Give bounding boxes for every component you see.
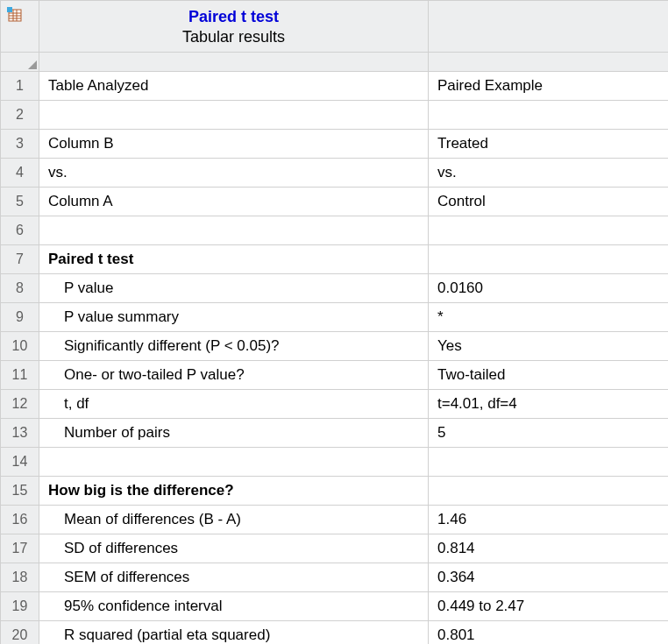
row-number[interactable]: 8	[1, 274, 39, 303]
col-a-selector[interactable]	[39, 53, 429, 72]
result-label-cell[interactable]: How big is the difference?	[39, 477, 429, 506]
result-value-cell[interactable]: Treated	[429, 130, 669, 159]
row-number[interactable]: 14	[1, 448, 39, 477]
table-row: 18SEM of differences0.364	[1, 563, 669, 592]
table-row: 4vs.vs.	[1, 159, 669, 188]
table-row: 7Paired t test	[1, 245, 669, 274]
table-row: 2	[1, 101, 669, 130]
result-value-cell[interactable]: 0.0160	[429, 274, 669, 303]
row-number[interactable]: 19	[1, 592, 39, 621]
result-label-cell[interactable]: P value summary	[39, 303, 429, 332]
table-row: 6	[1, 216, 669, 245]
row-number[interactable]: 18	[1, 563, 39, 592]
table-row: 1995% confidence interval0.449 to 2.47	[1, 592, 669, 621]
result-label-cell[interactable]: SEM of differences	[39, 563, 429, 592]
table-row: 10Significantly different (P < 0.05)?Yes	[1, 332, 669, 361]
result-value-cell[interactable]: t=4.01, df=4	[429, 390, 669, 419]
table-row: 14	[1, 448, 669, 477]
result-label-cell[interactable]: vs.	[39, 159, 429, 188]
column-a-header[interactable]: Paired t test Tabular results	[39, 1, 429, 53]
table-row: 12t, dft=4.01, df=4	[1, 390, 669, 419]
result-value-cell[interactable]: 0.364	[429, 563, 669, 592]
table-row: 11One- or two-tailed P value?Two-tailed	[1, 361, 669, 390]
result-value-cell[interactable]	[429, 448, 669, 477]
result-label-cell[interactable]: SD of differences	[39, 534, 429, 563]
select-all-corner[interactable]	[1, 53, 39, 72]
result-label-cell[interactable]	[39, 448, 429, 477]
result-value-cell[interactable]: 0.449 to 2.47	[429, 592, 669, 621]
results-sheet-icon	[6, 6, 24, 24]
result-label-cell[interactable]: Mean of differences (B - A)	[39, 506, 429, 534]
row-number[interactable]: 9	[1, 303, 39, 332]
row-number[interactable]: 3	[1, 130, 39, 159]
result-value-cell[interactable]: Paired Example	[429, 72, 669, 101]
svg-rect-6	[7, 7, 12, 12]
result-value-cell[interactable]: Control	[429, 188, 669, 216]
result-label-cell[interactable]: P value	[39, 274, 429, 303]
result-value-cell[interactable]: *	[429, 303, 669, 332]
table-row: 15How big is the difference?	[1, 477, 669, 506]
result-label-cell[interactable]: Column A	[39, 188, 429, 216]
row-number[interactable]: 11	[1, 361, 39, 390]
result-label-cell[interactable]: Number of pairs	[39, 419, 429, 448]
result-label-cell[interactable]: Column B	[39, 130, 429, 159]
table-row: 5Column AControl	[1, 188, 669, 216]
table-row: 16Mean of differences (B - A)1.46	[1, 506, 669, 534]
row-number[interactable]: 12	[1, 390, 39, 419]
result-value-cell[interactable]: Yes	[429, 332, 669, 361]
table-row: 9P value summary*	[1, 303, 669, 332]
row-number[interactable]: 15	[1, 477, 39, 506]
result-label-cell[interactable]	[39, 216, 429, 245]
row-number[interactable]: 17	[1, 534, 39, 563]
results-title: Paired t test	[39, 1, 428, 27]
table-row: 20R squared (partial eta squared)0.801	[1, 621, 669, 645]
result-label-cell[interactable]: Paired t test	[39, 245, 429, 274]
result-value-cell[interactable]	[429, 101, 669, 130]
row-number[interactable]: 6	[1, 216, 39, 245]
table-row: 8P value0.0160	[1, 274, 669, 303]
row-number[interactable]: 1	[1, 72, 39, 101]
table-corner[interactable]	[1, 1, 39, 53]
results-table[interactable]: Paired t test Tabular results 1Table Ana…	[0, 0, 668, 644]
result-label-cell[interactable]: Table Analyzed	[39, 72, 429, 101]
result-label-cell[interactable]: Significantly different (P < 0.05)?	[39, 332, 429, 361]
result-value-cell[interactable]: vs.	[429, 159, 669, 188]
result-value-cell[interactable]: 1.46	[429, 506, 669, 534]
result-label-cell[interactable]: t, df	[39, 390, 429, 419]
result-value-cell[interactable]	[429, 216, 669, 245]
result-value-cell[interactable]: Two-tailed	[429, 361, 669, 390]
row-number[interactable]: 10	[1, 332, 39, 361]
result-label-cell[interactable]: One- or two-tailed P value?	[39, 361, 429, 390]
col-b-selector[interactable]	[429, 53, 669, 72]
result-label-cell[interactable]	[39, 101, 429, 130]
column-b-header[interactable]	[429, 1, 669, 53]
table-row: 3Column BTreated	[1, 130, 669, 159]
row-number[interactable]: 2	[1, 101, 39, 130]
table-row: 1Table AnalyzedPaired Example	[1, 72, 669, 101]
row-number[interactable]: 13	[1, 419, 39, 448]
result-value-cell[interactable]: 0.814	[429, 534, 669, 563]
result-value-cell[interactable]	[429, 245, 669, 274]
table-row: 13Number of pairs5	[1, 419, 669, 448]
table-row: 17SD of differences0.814	[1, 534, 669, 563]
row-number[interactable]: 16	[1, 506, 39, 534]
result-value-cell[interactable]: 0.801	[429, 621, 669, 645]
row-number[interactable]: 20	[1, 621, 39, 645]
row-number[interactable]: 7	[1, 245, 39, 274]
result-value-cell[interactable]	[429, 477, 669, 506]
result-label-cell[interactable]: 95% confidence interval	[39, 592, 429, 621]
row-number[interactable]: 5	[1, 188, 39, 216]
results-subtitle: Tabular results	[39, 27, 428, 52]
result-value-cell[interactable]: 5	[429, 419, 669, 448]
row-number[interactable]: 4	[1, 159, 39, 188]
result-label-cell[interactable]: R squared (partial eta squared)	[39, 621, 429, 645]
